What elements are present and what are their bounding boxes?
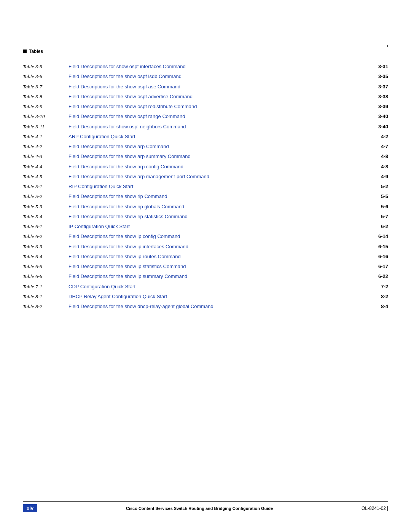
page-number: 8-4 [381, 303, 388, 310]
table-number: Table 6-2 [23, 233, 68, 240]
toc-link[interactable]: Field Descriptions for the show ip route… [68, 253, 376, 260]
table-number: Table 5-3 [23, 203, 68, 211]
top-rule-tick [387, 45, 388, 47]
footer-title: Cisco Content Services Switch Routing an… [37, 506, 362, 511]
table-number: Table 8-2 [23, 303, 68, 310]
toc-link[interactable]: Field Descriptions for the show arp Comm… [68, 143, 379, 150]
table-row: Table 6-6Field Descriptions for the show… [23, 273, 388, 280]
toc-link[interactable]: Field Descriptions for the show ospf ran… [68, 113, 376, 120]
page-number: 6-22 [378, 273, 388, 280]
section-header-label: Tables [29, 49, 43, 54]
top-rule [23, 46, 388, 46]
page-number: 3-35 [378, 73, 388, 80]
footer-doc-number: OL-8241-02 [362, 506, 386, 511]
page-number: 7-2 [381, 283, 388, 291]
table-row: Table 6-3Field Descriptions for the show… [23, 243, 388, 251]
toc-link[interactable]: IP Configuration Quick Start [68, 223, 379, 230]
page-number: 4-8 [381, 153, 388, 160]
table-number: Table 4-5 [23, 173, 68, 181]
page-number: 5-5 [381, 193, 388, 200]
table-number: Table 8-1 [23, 293, 68, 300]
table-row: Table 4-3Field Descriptions for the show… [23, 153, 388, 160]
page-number: 4-9 [381, 173, 388, 181]
toc-link[interactable]: Field Descriptions for the show ip confi… [68, 233, 376, 240]
table-number: Table 5-4 [23, 213, 68, 220]
page-number: 3-40 [378, 123, 388, 131]
table-row: Table 7-1CDP Configuration Quick Start7-… [23, 283, 388, 291]
toc-link[interactable]: Field Descriptions for show ospf interfa… [68, 63, 376, 70]
toc-link[interactable]: Field Descriptions for the show dhcp-rel… [68, 303, 379, 310]
page-number: 3-37 [378, 83, 388, 91]
table-row: Table 3-7Field Descriptions for the show… [23, 83, 388, 91]
toc-link[interactable]: Field Descriptions for the show rip Comm… [68, 193, 379, 200]
page-number: 8-2 [381, 293, 388, 300]
table-number: Table 6-3 [23, 243, 68, 251]
page-number: 6-16 [378, 253, 388, 260]
page-number: 6-17 [378, 263, 388, 270]
page-number: 4-2 [381, 133, 388, 141]
table-row: Table 3-6Field Descriptions for the show… [23, 73, 388, 80]
toc-link[interactable]: ARP Configuration Quick Start [68, 133, 379, 141]
toc-link[interactable]: Field Descriptions for the show arp summ… [68, 153, 379, 160]
toc-link[interactable]: RIP Configuration Quick Start [68, 183, 379, 190]
page-number: 5-2 [381, 183, 388, 190]
footer-page-number: xiv [23, 504, 37, 512]
footer-left: xiv [23, 504, 37, 512]
toc-link[interactable]: Field Descriptions for the show ospf lsd… [68, 73, 376, 80]
table-number: Table 4-3 [23, 153, 68, 160]
table-row: Table 3-9Field Descriptions for the show… [23, 103, 388, 110]
toc-link[interactable]: Field Descriptions for show ospf neighbo… [68, 123, 376, 131]
page-number: 5-6 [381, 203, 388, 211]
toc-link[interactable]: CDP Configuration Quick Start [68, 283, 379, 291]
page-number: 3-31 [378, 63, 388, 70]
page-number: 5-7 [381, 213, 388, 220]
table-number: Table 4-2 [23, 143, 68, 150]
table-row: Table 3-8Field Descriptions for the show… [23, 93, 388, 101]
toc-link[interactable]: Field Descriptions for the show ip inter… [68, 243, 376, 251]
toc-link[interactable]: DHCP Relay Agent Configuration Quick Sta… [68, 293, 379, 300]
table-number: Table 6-6 [23, 273, 68, 280]
page-number: 4-8 [381, 163, 388, 171]
table-number: Table 5-1 [23, 183, 68, 190]
table-number: Table 6-5 [23, 263, 68, 270]
page-number: 6-2 [381, 223, 388, 230]
bottom-rule [23, 501, 388, 502]
page-number: 6-14 [378, 233, 388, 240]
table-number: Table 3-11 [23, 123, 68, 131]
toc-list: Table 3-5Field Descriptions for show osp… [23, 63, 388, 313]
table-number: Table 3-5 [23, 63, 68, 70]
toc-link[interactable]: Field Descriptions for the show ip stati… [68, 263, 376, 270]
toc-link[interactable]: Field Descriptions for the show ospf adv… [68, 93, 376, 101]
table-row: Table 3-11Field Descriptions for show os… [23, 123, 388, 131]
toc-link[interactable]: Field Descriptions for the show rip glob… [68, 203, 379, 211]
table-row: Table 5-3Field Descriptions for the show… [23, 203, 388, 211]
table-row: Table 4-4Field Descriptions for the show… [23, 163, 388, 171]
table-row: Table 6-1IP Configuration Quick Start6-2 [23, 223, 388, 230]
table-row: Table 6-5Field Descriptions for the show… [23, 263, 388, 270]
footer-rule-right [387, 506, 388, 511]
table-row: Table 3-5Field Descriptions for show osp… [23, 63, 388, 70]
toc-link[interactable]: Field Descriptions for the show ospf ase… [68, 83, 376, 91]
table-row: Table 5-1RIP Configuration Quick Start5-… [23, 183, 388, 190]
page-number: 3-38 [378, 93, 388, 101]
footer: xiv Cisco Content Services Switch Routin… [23, 504, 388, 512]
table-number: Table 3-10 [23, 113, 68, 120]
toc-link[interactable]: Field Descriptions for the show ospf red… [68, 103, 376, 110]
page-number: 3-39 [378, 103, 388, 110]
table-number: Table 5-2 [23, 193, 68, 200]
table-row: Table 6-4Field Descriptions for the show… [23, 253, 388, 260]
page-number: 3-40 [378, 113, 388, 120]
toc-link[interactable]: Field Descriptions for the show arp conf… [68, 163, 379, 171]
table-row: Table 5-2Field Descriptions for the show… [23, 193, 388, 200]
toc-link[interactable]: Field Descriptions for the show arp mana… [68, 173, 379, 181]
table-row: Table 4-5Field Descriptions for the show… [23, 173, 388, 181]
toc-link[interactable]: Field Descriptions for the show rip stat… [68, 213, 379, 220]
table-row: Table 4-2Field Descriptions for the show… [23, 143, 388, 150]
toc-link[interactable]: Field Descriptions for the show ip summa… [68, 273, 376, 280]
footer-right: OL-8241-02 [362, 506, 388, 511]
table-row: Table 8-2Field Descriptions for the show… [23, 303, 388, 310]
table-row: Table 5-4Field Descriptions for the show… [23, 213, 388, 220]
table-row: Table 8-1DHCP Relay Agent Configuration … [23, 293, 388, 300]
table-number: Table 6-1 [23, 223, 68, 230]
table-row: Table 6-2Field Descriptions for the show… [23, 233, 388, 240]
